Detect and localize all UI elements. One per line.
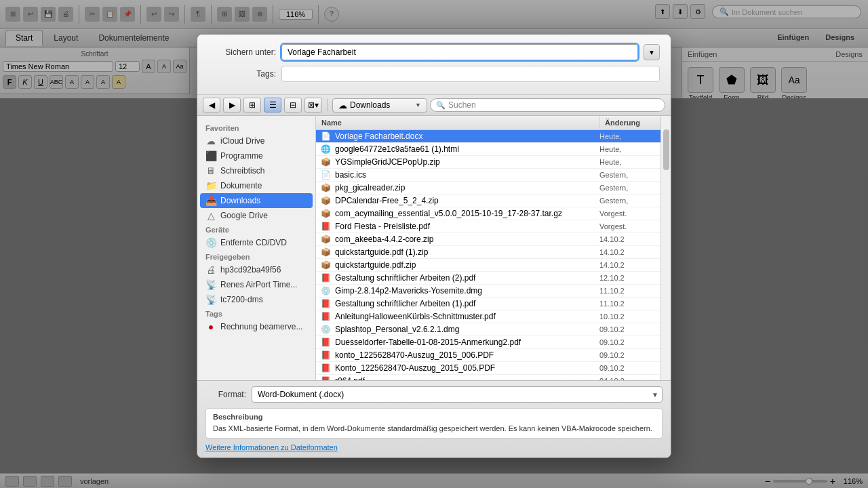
format-select-wrapper: Word-Dokument (.docx) PDF RTF OpenDocume… [252,386,663,403]
sidebar-item-dokumente-label: Dokumente [220,181,262,190]
file-date: 04.10.2 [599,377,660,380]
sidebar-item-google-drive[interactable]: △ Google Drive [197,208,315,223]
format-select[interactable]: Word-Dokument (.docx) PDF RTF OpenDocume… [252,386,663,403]
file-icon: 🌐 [316,144,335,154]
file-name: google64772e1c9a5fae61 (1).html [335,144,599,154]
sidebar-item-programme-label: Programme [220,151,263,161]
view-icons-button[interactable]: ⊞ [243,98,261,113]
file-date: 11.10.2 [599,287,660,295]
file-row[interactable]: 📕 Gestaltung schriftlicher Arbeiten (2).… [316,272,660,285]
file-date: Heute, [599,132,660,140]
sidebar-item-rechnung[interactable]: ● Rechnung beamerve... [197,319,315,334]
file-icon: 📕 [316,376,335,380]
file-icon: 📄 [316,131,335,141]
file-icon: 📦 [316,247,335,257]
file-row[interactable]: 📦 quickstartguide.pdf (1).zip 14.10.2 [316,246,660,259]
sidebar-item-hp-label: hp3cd92ba49f56 [220,265,281,274]
file-name: Splashtop_Personal_v2.6.2.1.dmg [335,325,599,334]
file-date: Heute, [599,145,660,153]
dialog-body: Favoriten ☁ iCloud Drive ⬛ Programme 🖥 S… [197,116,671,380]
file-row[interactable]: 💿 Gimp-2.8.14p2-Mavericks-Yosemite.dmg 1… [316,285,660,298]
dialog-sidebar: Favoriten ☁ iCloud Drive ⬛ Programme 🖥 S… [197,116,316,380]
file-row[interactable]: 📕 Duesseldorfer-Tabelle-01-08-2015-Anmer… [316,336,660,349]
schreibtisch-icon: 🖥 [205,165,216,176]
icloud-icon: ☁ [205,136,216,146]
toolbar-sep [327,99,328,111]
file-row[interactable]: 💿 Splashtop_Personal_v2.6.2.1.dmg 09.10.… [316,323,660,336]
file-row[interactable]: 📕 r064.pdf 04.10.2 [316,375,660,380]
file-name: Gestaltung schriftlicher Arbeiten (1).pd… [335,299,599,308]
tags-input[interactable] [281,66,660,82]
sidebar-item-cd[interactable]: 💿 Entfernte CD/DVD [197,235,315,250]
beschreibung-section: Beschreibung Das XML-basierte Format, in… [205,408,663,439]
beschreibung-title: Beschreibung [213,413,655,421]
file-row[interactable]: 📕 AnleitungHalloweenKürbis-Schnittmuster… [316,310,660,323]
file-icon: 💿 [316,286,335,296]
file-row[interactable]: 📕 Konto_1225628470-Auszug_2015_005.PDF 0… [316,362,660,375]
file-date: 10.10.2 [599,312,660,321]
file-name: Gestaltung schriftlicher Arbeiten (2).pd… [335,273,599,283]
file-row[interactable]: 📄 basic.ics Gestern, [316,169,660,182]
file-row[interactable]: 📦 com_acymailing_essential_v5.0.0_2015-1… [316,207,660,220]
file-row[interactable]: 🌐 google64772e1c9a5fae61 (1).html Heute, [316,143,660,156]
file-date: Vorgest. [599,209,660,218]
file-date: 09.10.2 [599,338,660,346]
col-name-header: Name [316,116,599,129]
programme-icon: ⬛ [205,150,216,161]
sidebar-item-programme[interactable]: ⬛ Programme [197,148,315,163]
file-name: quickstartguide.pdf.zip [335,260,599,270]
location-arrow-icon: ▼ [415,102,421,108]
sidebar-item-dokumente[interactable]: 📁 Dokumente [197,178,315,193]
sidebar-item-renes-label: Renes AirPort Time... [220,280,297,289]
file-icon: 📦 [316,183,335,192]
sidebar-item-downloads[interactable]: 📥 Downloads [200,193,313,208]
file-date: Gestern, [599,171,660,179]
file-name: AnleitungHalloweenKürbis-Schnittmuster.p… [335,312,599,321]
scrollbar-thumb [663,129,669,170]
dokumente-icon: 📁 [205,180,216,191]
file-row[interactable]: 📕 Ford Fiesta - Preisliste.pdf Vorgest. [316,220,660,233]
beschreibung-text: Das XML-basierte Format, in dem Word-Dok… [213,424,655,434]
file-row[interactable]: 📕 Gestaltung schriftlicher Arbeiten (1).… [316,298,660,310]
sidebar-item-schreibtisch[interactable]: 🖥 Schreibtisch [197,163,315,178]
sidebar-item-tc-label: tc7200-dms [220,295,263,304]
file-row[interactable]: 📦 YGSimpleGridJCEPopUp.zip Heute, [316,156,660,169]
sidebar-item-icloud[interactable]: ☁ iCloud Drive [197,134,315,148]
file-date: Gestern, [599,197,660,205]
sidebar-item-hp[interactable]: 🖨 hp3cd92ba49f56 [197,262,315,277]
file-date: Heute, [599,158,660,166]
expand-dialog-button[interactable]: ▼ [644,44,660,60]
file-name: basic.ics [335,170,599,180]
view-columns-button[interactable]: ⊟ [284,98,302,113]
filename-input[interactable] [281,44,638,60]
view-list-button[interactable]: ☰ [264,98,281,113]
file-icon: 📕 [316,273,335,283]
file-row[interactable]: 📕 konto_1225628470-Auszug_2015_006.PDF 0… [316,349,660,362]
file-name: Vorlage Facharbeit.docx [335,131,599,141]
file-name: quickstartguide.pdf (1).zip [335,247,599,257]
tags-section-label: Tags [197,307,315,319]
search-box[interactable]: 🔍 Suchen [430,98,665,112]
file-date: 09.10.2 [599,325,660,333]
location-selector[interactable]: ☁ Downloads ▼ [332,98,427,113]
file-date: 14.10.2 [599,235,660,243]
file-icon: 📕 [316,222,335,231]
forward-button[interactable]: ▶ [223,98,241,113]
file-row[interactable]: 📦 DPCalendar-Free_5_2_4.zip Gestern, [316,195,660,207]
favoriten-section-label: Favoriten [197,121,315,134]
scrollbar[interactable] [660,116,671,380]
file-name: Ford Fiesta - Preisliste.pdf [335,222,599,231]
file-row[interactable]: 📦 pkg_gicalreader.zip Gestern, [316,182,660,195]
file-icon: 💿 [316,325,335,334]
view-gallery-button[interactable]: ⊠▾ [304,98,322,113]
file-row[interactable]: 📦 quickstartguide.pdf.zip 14.10.2 [316,259,660,272]
file-name: YGSimpleGridJCEPopUp.zip [335,157,599,167]
back-button[interactable]: ◀ [203,98,220,113]
sidebar-item-tc[interactable]: 📡 tc7200-dms [197,292,315,307]
file-row[interactable]: 📄 Vorlage Facharbeit.docx Heute, [316,130,660,143]
mehr-info-link[interactable]: Weitere Informationen zu Dateiformaten [205,443,338,451]
sidebar-item-renes[interactable]: 📡 Renes AirPort Time... [197,277,315,292]
file-date: 11.10.2 [599,300,660,308]
file-row[interactable]: 📦 com_akeeba-4.4.2-core.zip 14.10.2 [316,233,660,246]
hp-icon: 🖨 [205,264,216,275]
